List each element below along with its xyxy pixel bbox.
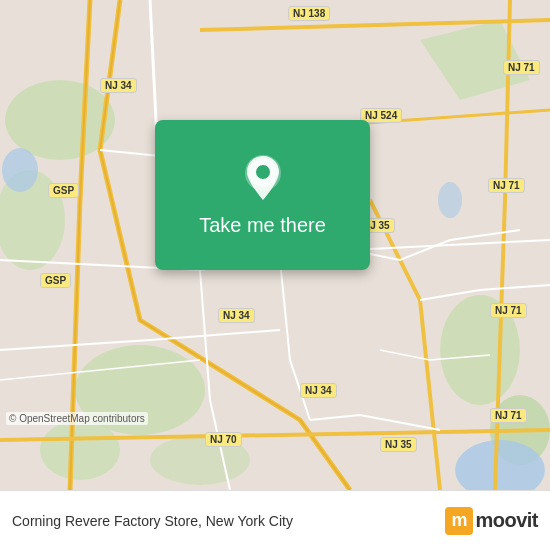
road-label-nj138: NJ 138 — [288, 6, 330, 21]
take-me-there-label: Take me there — [199, 214, 326, 237]
svg-point-14 — [256, 165, 270, 179]
road-label-gsp-top: GSP — [48, 183, 79, 198]
road-label-nj71-bottom: NJ 71 — [490, 408, 527, 423]
bottom-bar: Corning Revere Factory Store, New York C… — [0, 490, 550, 550]
road-label-nj34-mid: NJ 34 — [218, 308, 255, 323]
location-name: Corning Revere Factory Store, New York C… — [12, 513, 293, 529]
road-label-gsp-mid: GSP — [40, 273, 71, 288]
moovit-wordmark: moovit — [475, 509, 538, 532]
svg-point-10 — [2, 148, 38, 192]
road-label-nj71-lower: NJ 71 — [490, 303, 527, 318]
location-pin-icon — [238, 154, 288, 204]
map-view: NJ 138 NJ 34 NJ 71 NJ 524 NJ 71 GSP NJ 3… — [0, 0, 550, 490]
road-label-nj70: NJ 70 — [205, 432, 242, 447]
svg-point-11 — [438, 182, 462, 218]
take-me-there-card[interactable]: Take me there — [155, 120, 370, 270]
road-label-nj34-top: NJ 34 — [100, 78, 137, 93]
svg-point-7 — [40, 420, 120, 480]
moovit-logo: m moovit — [445, 507, 538, 535]
map-attribution: © OpenStreetMap contributors — [6, 412, 148, 425]
road-label-nj34-lower: NJ 34 — [300, 383, 337, 398]
road-label-nj71-mid: NJ 71 — [488, 178, 525, 193]
road-label-nj71-top: NJ 71 — [503, 60, 540, 75]
road-label-nj35-lower: NJ 35 — [380, 437, 417, 452]
moovit-m-icon: m — [445, 507, 473, 535]
